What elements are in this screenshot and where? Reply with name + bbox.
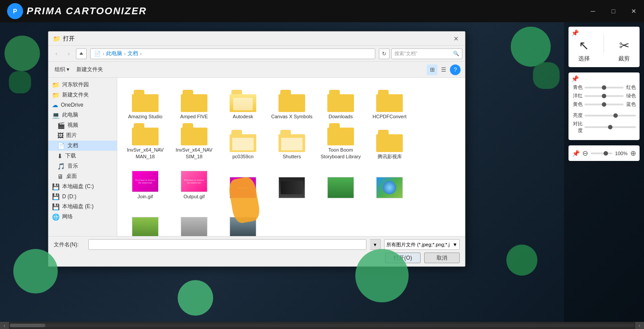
filename-dropdown[interactable]: ▼: [370, 239, 381, 250]
sidebar-item-music[interactable]: 🎵 音乐: [48, 161, 117, 171]
breadcrumb-bar[interactable]: 📄 › 此电脑 › 文档 ›: [90, 48, 375, 59]
sidebar-item-drive-c[interactable]: 💾 本地磁盘 (C:): [48, 181, 117, 192]
sidebar-item-drive-d[interactable]: 💾 D (D:): [48, 192, 117, 201]
select-tool[interactable]: ↖ 选择: [578, 35, 590, 63]
breadcrumb-computer[interactable]: 此电脑: [106, 50, 122, 57]
gif-watermark-join: Purchase to removethe watermark: [135, 179, 155, 184]
sidebar-item-drive-e[interactable]: 💾 本地磁盘 (E:): [48, 201, 117, 212]
contrast-slider[interactable]: [584, 126, 636, 128]
crop-label: 裁剪: [618, 55, 630, 63]
horizontal-scrollbar[interactable]: ‹ ›: [0, 322, 644, 329]
image-thumb-5[interactable]: [121, 201, 170, 236]
file-output-gif[interactable]: Purchase to removethe watermark Output.g…: [170, 161, 219, 201]
folder-shutters[interactable]: Shutters: [267, 121, 316, 161]
folder-hcpdf[interactable]: HCPDFConvert: [365, 81, 414, 121]
document-icon: 📄: [57, 142, 65, 149]
close-button[interactable]: ✕: [624, 0, 644, 22]
magenta-label: 洋红: [572, 92, 583, 99]
organize-bar: 组织 ▾ 新建文件夹 ⊞ ☰ ?: [48, 62, 465, 78]
cyan-slider[interactable]: [584, 87, 624, 88]
back-button[interactable]: ‹: [51, 48, 62, 59]
folder-icon-downloads: [327, 90, 354, 112]
sidebar-item-downloads[interactable]: ⬇ 下载: [48, 151, 117, 161]
view-details-button[interactable]: ☰: [438, 64, 449, 75]
minimize-button[interactable]: ─: [583, 0, 603, 22]
zoom-slider[interactable]: [591, 152, 612, 154]
image-thumb-6[interactable]: [170, 201, 219, 236]
refresh-button[interactable]: ↻: [379, 48, 390, 59]
new-folder-button[interactable]: 新建文件夹: [75, 65, 105, 74]
folder-icon-invsvr-navman: [132, 123, 159, 145]
red-label: 红色: [625, 84, 636, 91]
thumb-dark-icon: [278, 177, 305, 198]
blue-label: 蓝色: [625, 101, 636, 108]
cursor-icon: ↖: [579, 38, 589, 53]
scroll-left-button[interactable]: ‹: [0, 322, 9, 329]
search-box[interactable]: 搜索"文档" 🔍: [391, 48, 462, 59]
help-button[interactable]: ?: [450, 64, 461, 75]
folder-amazing-studio[interactable]: Amazing Studio: [121, 81, 170, 121]
dialog-close-button[interactable]: ✕: [452, 34, 461, 43]
organize-label: 组织 ▾: [55, 66, 69, 73]
image-thumb-2[interactable]: [267, 161, 316, 201]
folder-pc0359[interactable]: pc0359cn: [219, 121, 267, 161]
scroll-track[interactable]: [10, 324, 634, 327]
sidebar-item-hedong[interactable]: 📁 河东软件园: [48, 80, 117, 90]
image-thumb-3[interactable]: [316, 161, 365, 201]
folder-amped-five[interactable]: Amped FIVE: [170, 81, 219, 121]
folder-autodesk[interactable]: Autodesk: [219, 81, 267, 121]
brightness-row: 亮度: [572, 112, 636, 119]
forward-button[interactable]: ›: [64, 48, 74, 59]
tools-card: 📌 ↖ 选择 ✂ 裁剪: [568, 27, 640, 67]
sidebar-item-desktop[interactable]: 🖥 桌面: [48, 171, 117, 181]
crop-tool[interactable]: ✂ 裁剪: [618, 35, 630, 63]
up-button[interactable]: [76, 48, 87, 59]
window-controls: ─ □ ✕: [583, 0, 644, 22]
file-join-gif[interactable]: Purchase to removethe watermark Join.gif: [121, 161, 170, 201]
yellow-row: 黄色 蓝色: [572, 101, 636, 108]
folder-name-amazing-studio: Amazing Studio: [128, 113, 162, 120]
sidebar-item-onedrive[interactable]: ☁ OneDrive: [48, 100, 117, 110]
folder-invsvr-navman[interactable]: InvSvr_x64_NAV MAN_18: [121, 121, 170, 161]
view-grid-button[interactable]: ⊞: [427, 64, 437, 75]
scroll-thumb[interactable]: [10, 324, 45, 327]
new-folder-label: 新建文件夹: [76, 66, 103, 73]
sidebar-item-thispc[interactable]: 💻 此电脑: [48, 110, 117, 120]
dialog-title: 打开: [63, 35, 452, 43]
scroll-right-button[interactable]: ›: [635, 322, 644, 329]
yellow-slider[interactable]: [584, 104, 624, 105]
file-name-join-gif: Join.gif: [138, 193, 153, 200]
brightness-slider[interactable]: [584, 115, 636, 116]
breadcrumb-documents[interactable]: 文档: [127, 50, 138, 57]
dialog-toolbar: ‹ › 📄 › 此电脑 › 文档 › ↻ 搜索"文档" 🔍: [48, 46, 465, 62]
folder-invsvr-navsim[interactable]: InvSvr_x64_NAV SIM_18: [170, 121, 219, 161]
sidebar-item-documents[interactable]: 📄 文档: [48, 140, 117, 151]
sidebar-item-newfolder[interactable]: 📁 新建文件夹: [48, 90, 117, 100]
sidebar-item-pictures[interactable]: 🖼 图片: [48, 130, 117, 140]
sidebar-label-hedong: 河东软件园: [62, 81, 89, 88]
file-open-dialog: 📁 打开 ✕ ‹ › 📄 › 此电脑 › 文档 › ↻ 搜索"文档" 🔍 组织 …: [48, 31, 465, 267]
folder-tencent[interactable]: 腾讯影视库: [365, 121, 414, 161]
image-thumb-4[interactable]: [365, 161, 414, 201]
breadcrumb-icon: 📄: [94, 51, 101, 57]
magenta-slider[interactable]: [584, 95, 624, 97]
gif-watermark-output: Purchase to removethe watermark: [184, 179, 204, 184]
filename-input[interactable]: [88, 239, 366, 250]
green-label: 绿色: [625, 92, 636, 99]
organize-button[interactable]: 组织 ▾: [53, 65, 71, 74]
cancel-button[interactable]: 取消: [424, 253, 460, 263]
folder-downloads[interactable]: Downloads: [316, 81, 365, 121]
yellow-label: 黄色: [572, 101, 583, 108]
gif-thumb-join: Purchase to removethe watermark: [132, 171, 159, 192]
pin-icon: 📌: [571, 29, 579, 36]
filetype-select[interactable]: 所有图片文件 (*.jpeg;*.png;*.j ▼: [384, 239, 460, 250]
blob-9: [355, 249, 409, 302]
sidebar-item-network[interactable]: 🌐 网络: [48, 212, 117, 222]
zoom-in-button[interactable]: ⊕: [630, 149, 636, 157]
sidebar-item-videos[interactable]: 🎬 视频: [48, 120, 117, 130]
folder-canvas-x[interactable]: Canvas X Symbols: [267, 81, 316, 121]
folder-toon-boom[interactable]: Toon Boom Storyboard Library: [316, 121, 365, 161]
zoom-out-button[interactable]: ⊖: [582, 149, 588, 157]
thumb-gray-icon: [181, 217, 207, 236]
maximize-button[interactable]: □: [603, 0, 624, 22]
